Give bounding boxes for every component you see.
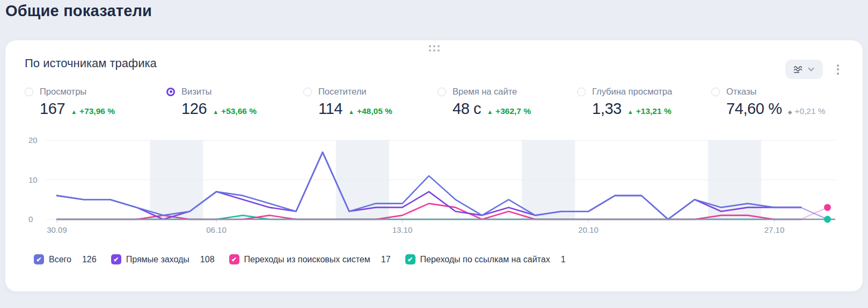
metric-delta: ▲+48,05 % — [348, 106, 392, 116]
metric-delta-text: +48,05 % — [357, 106, 392, 116]
metric-delta: ▲+53,66 % — [213, 106, 257, 116]
series-end-dot — [824, 204, 831, 211]
x-tick-label: 20.10 — [578, 225, 599, 234]
trend-up-icon: ▲ — [348, 109, 354, 115]
trend-up-icon: ▲ — [628, 109, 633, 115]
legend-value: 17 — [381, 255, 391, 264]
legend-item-2[interactable]: ✔Прямые заходы108 — [111, 254, 215, 264]
chevron-down-icon — [806, 65, 816, 74]
metric-tab-2[interactable]: Визиты126▲+53,66 % — [166, 87, 257, 118]
metric-radio[interactable] — [577, 88, 586, 96]
metric-delta: ◆+0,21 % — [788, 106, 826, 116]
kebab-menu-button[interactable] — [830, 60, 845, 79]
legend-label: Переходы по ссылкам на сайтах — [420, 255, 550, 264]
y-tick-label: 0 — [28, 214, 33, 224]
metric-delta-text: +13,21 % — [636, 106, 672, 116]
metric-tab-6[interactable]: Отказы74,60 %◆+0,21 % — [711, 87, 826, 118]
x-tick-label: 13.10 — [392, 225, 413, 234]
metric-delta-text: +0,21 % — [794, 106, 825, 116]
x-tick-label: 30.09 — [47, 225, 67, 234]
metric-label: Отказы — [726, 87, 756, 97]
metric-label: Глубина просмотра — [592, 87, 672, 97]
legend-item-4[interactable]: ✔Переходы по ссылкам на сайтах1 — [405, 254, 566, 264]
metric-label: Посетители — [318, 87, 367, 97]
metric-delta: ▲+73,96 % — [71, 106, 115, 116]
metric-value: 1,33 — [592, 100, 622, 118]
trend-up-icon: ▲ — [213, 109, 218, 115]
metric-value: 114 — [318, 100, 342, 118]
trend-up-icon: ▲ — [71, 109, 77, 115]
metric-delta: ▲+13,21 % — [628, 106, 672, 116]
traffic-sources-card: По источникам трафика Просмотры167▲+73,9… — [5, 40, 863, 291]
card-title: По источникам трафика — [25, 56, 157, 70]
legend-value: 1 — [561, 255, 566, 264]
x-tick-label: 06.10 — [206, 225, 227, 234]
legend-label: Переходы из поисковых систем — [244, 255, 370, 264]
metric-label: Время на сайте — [453, 87, 517, 97]
metric-value: 48 с — [453, 100, 481, 118]
metric-label: Просмотры — [40, 87, 86, 97]
metric-radio[interactable] — [166, 88, 175, 96]
metric-delta-text: +53,66 % — [221, 106, 257, 116]
chart-type-button[interactable] — [785, 60, 823, 79]
x-tick-label: 27.10 — [764, 225, 785, 234]
metric-value: 126 — [181, 100, 207, 118]
metric-tab-5[interactable]: Глубина просмотра1,33▲+13,21 % — [577, 87, 672, 118]
metric-radio[interactable] — [437, 88, 446, 96]
legend-checkbox[interactable]: ✔ — [111, 254, 121, 264]
series-end-dot — [824, 216, 831, 223]
legend-value: 126 — [82, 255, 97, 264]
metric-tab-1[interactable]: Просмотры167▲+73,96 % — [25, 87, 115, 118]
chart-legend: ✔Всего126✔Прямые заходы108✔Переходы из п… — [34, 254, 566, 264]
metric-value: 74,60 % — [726, 100, 782, 118]
metric-tab-4[interactable]: Время на сайте48 с▲+362,7 % — [437, 87, 531, 118]
metric-radio[interactable] — [711, 88, 720, 96]
metric-tab-3[interactable]: Посетители114▲+48,05 % — [303, 87, 392, 118]
metric-radio[interactable] — [303, 88, 312, 96]
legend-value: 108 — [200, 255, 215, 264]
drag-handle-icon[interactable] — [429, 45, 440, 52]
metric-radio[interactable] — [25, 88, 33, 96]
legend-label: Прямые заходы — [126, 255, 189, 264]
legend-item-1[interactable]: ✔Всего126 — [34, 254, 97, 264]
metric-delta-text: +362,7 % — [495, 106, 531, 116]
legend-item-3[interactable]: ✔Переходы из поисковых систем17 — [229, 254, 391, 264]
y-tick-label: 20 — [28, 135, 38, 145]
metric-delta-text: +73,96 % — [79, 106, 115, 116]
y-tick-label: 10 — [28, 175, 38, 184]
trend-neutral-icon: ◆ — [788, 109, 792, 115]
legend-checkbox[interactable]: ✔ — [405, 254, 415, 264]
dashboard: Общие показатели По источникам трафика — [0, 0, 868, 308]
page-title: Общие показатели — [5, 2, 152, 20]
metric-label: Визиты — [181, 87, 211, 97]
trend-up-icon: ▲ — [487, 109, 493, 115]
legend-checkbox[interactable]: ✔ — [34, 254, 44, 264]
traffic-chart: 0102030.0906.1013.1020.1027.10 — [5, 129, 863, 243]
metric-delta: ▲+362,7 % — [487, 106, 531, 116]
legend-label: Всего — [49, 255, 71, 264]
metric-value: 167 — [40, 100, 65, 118]
legend-checkbox[interactable]: ✔ — [229, 254, 239, 264]
chart-type-wave-icon — [792, 63, 804, 75]
